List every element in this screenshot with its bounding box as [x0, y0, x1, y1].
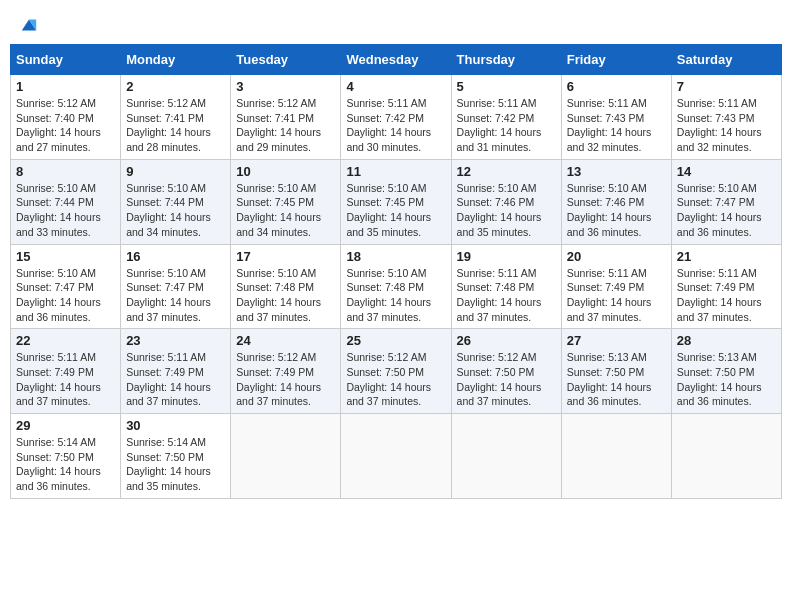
calendar-day-cell: 30Sunrise: 5:14 AM Sunset: 7:50 PM Dayli… [121, 414, 231, 499]
day-info: Sunrise: 5:11 AM Sunset: 7:43 PM Dayligh… [567, 96, 666, 155]
day-number: 14 [677, 164, 776, 179]
day-number: 29 [16, 418, 115, 433]
calendar-day-cell: 12Sunrise: 5:10 AM Sunset: 7:46 PM Dayli… [451, 159, 561, 244]
day-info: Sunrise: 5:12 AM Sunset: 7:40 PM Dayligh… [16, 96, 115, 155]
logo [18, 16, 38, 34]
calendar-day-cell: 4Sunrise: 5:11 AM Sunset: 7:42 PM Daylig… [341, 75, 451, 160]
day-number: 19 [457, 249, 556, 264]
day-number: 7 [677, 79, 776, 94]
calendar-day-cell: 7Sunrise: 5:11 AM Sunset: 7:43 PM Daylig… [671, 75, 781, 160]
day-number: 22 [16, 333, 115, 348]
calendar-day-cell: 6Sunrise: 5:11 AM Sunset: 7:43 PM Daylig… [561, 75, 671, 160]
weekday-header: Friday [561, 45, 671, 75]
calendar-day-cell: 29Sunrise: 5:14 AM Sunset: 7:50 PM Dayli… [11, 414, 121, 499]
calendar-day-cell: 18Sunrise: 5:10 AM Sunset: 7:48 PM Dayli… [341, 244, 451, 329]
empty-day-cell [231, 414, 341, 499]
day-number: 27 [567, 333, 666, 348]
day-info: Sunrise: 5:10 AM Sunset: 7:46 PM Dayligh… [457, 181, 556, 240]
day-info: Sunrise: 5:14 AM Sunset: 7:50 PM Dayligh… [16, 435, 115, 494]
weekday-header: Sunday [11, 45, 121, 75]
day-number: 25 [346, 333, 445, 348]
day-number: 11 [346, 164, 445, 179]
calendar-day-cell: 16Sunrise: 5:10 AM Sunset: 7:47 PM Dayli… [121, 244, 231, 329]
day-number: 3 [236, 79, 335, 94]
day-info: Sunrise: 5:10 AM Sunset: 7:47 PM Dayligh… [126, 266, 225, 325]
calendar-week-row: 1Sunrise: 5:12 AM Sunset: 7:40 PM Daylig… [11, 75, 782, 160]
calendar-day-cell: 28Sunrise: 5:13 AM Sunset: 7:50 PM Dayli… [671, 329, 781, 414]
day-number: 12 [457, 164, 556, 179]
weekday-header: Saturday [671, 45, 781, 75]
day-number: 13 [567, 164, 666, 179]
calendar-day-cell: 19Sunrise: 5:11 AM Sunset: 7:48 PM Dayli… [451, 244, 561, 329]
calendar-day-cell: 25Sunrise: 5:12 AM Sunset: 7:50 PM Dayli… [341, 329, 451, 414]
day-info: Sunrise: 5:11 AM Sunset: 7:48 PM Dayligh… [457, 266, 556, 325]
day-info: Sunrise: 5:10 AM Sunset: 7:46 PM Dayligh… [567, 181, 666, 240]
calendar-day-cell: 26Sunrise: 5:12 AM Sunset: 7:50 PM Dayli… [451, 329, 561, 414]
day-info: Sunrise: 5:10 AM Sunset: 7:48 PM Dayligh… [236, 266, 335, 325]
day-info: Sunrise: 5:12 AM Sunset: 7:41 PM Dayligh… [126, 96, 225, 155]
day-info: Sunrise: 5:10 AM Sunset: 7:47 PM Dayligh… [16, 266, 115, 325]
day-info: Sunrise: 5:12 AM Sunset: 7:49 PM Dayligh… [236, 350, 335, 409]
day-info: Sunrise: 5:12 AM Sunset: 7:41 PM Dayligh… [236, 96, 335, 155]
day-info: Sunrise: 5:12 AM Sunset: 7:50 PM Dayligh… [457, 350, 556, 409]
page-header [10, 10, 782, 40]
day-number: 17 [236, 249, 335, 264]
calendar-day-cell: 27Sunrise: 5:13 AM Sunset: 7:50 PM Dayli… [561, 329, 671, 414]
day-number: 30 [126, 418, 225, 433]
day-info: Sunrise: 5:10 AM Sunset: 7:45 PM Dayligh… [236, 181, 335, 240]
calendar-table: SundayMondayTuesdayWednesdayThursdayFrid… [10, 44, 782, 499]
day-info: Sunrise: 5:10 AM Sunset: 7:47 PM Dayligh… [677, 181, 776, 240]
day-info: Sunrise: 5:11 AM Sunset: 7:49 PM Dayligh… [567, 266, 666, 325]
day-number: 23 [126, 333, 225, 348]
day-number: 9 [126, 164, 225, 179]
day-number: 15 [16, 249, 115, 264]
calendar-week-row: 8Sunrise: 5:10 AM Sunset: 7:44 PM Daylig… [11, 159, 782, 244]
logo-icon [20, 16, 38, 34]
day-number: 10 [236, 164, 335, 179]
calendar-week-row: 22Sunrise: 5:11 AM Sunset: 7:49 PM Dayli… [11, 329, 782, 414]
day-info: Sunrise: 5:11 AM Sunset: 7:49 PM Dayligh… [16, 350, 115, 409]
weekday-header: Thursday [451, 45, 561, 75]
calendar-day-cell: 8Sunrise: 5:10 AM Sunset: 7:44 PM Daylig… [11, 159, 121, 244]
empty-day-cell [671, 414, 781, 499]
day-info: Sunrise: 5:11 AM Sunset: 7:49 PM Dayligh… [677, 266, 776, 325]
weekday-header: Wednesday [341, 45, 451, 75]
calendar-day-cell: 24Sunrise: 5:12 AM Sunset: 7:49 PM Dayli… [231, 329, 341, 414]
weekday-header: Monday [121, 45, 231, 75]
calendar-day-cell: 22Sunrise: 5:11 AM Sunset: 7:49 PM Dayli… [11, 329, 121, 414]
day-info: Sunrise: 5:11 AM Sunset: 7:42 PM Dayligh… [346, 96, 445, 155]
day-info: Sunrise: 5:10 AM Sunset: 7:44 PM Dayligh… [16, 181, 115, 240]
calendar-day-cell: 1Sunrise: 5:12 AM Sunset: 7:40 PM Daylig… [11, 75, 121, 160]
empty-day-cell [341, 414, 451, 499]
day-info: Sunrise: 5:11 AM Sunset: 7:43 PM Dayligh… [677, 96, 776, 155]
calendar-week-row: 29Sunrise: 5:14 AM Sunset: 7:50 PM Dayli… [11, 414, 782, 499]
calendar-day-cell: 14Sunrise: 5:10 AM Sunset: 7:47 PM Dayli… [671, 159, 781, 244]
calendar-day-cell: 2Sunrise: 5:12 AM Sunset: 7:41 PM Daylig… [121, 75, 231, 160]
day-info: Sunrise: 5:13 AM Sunset: 7:50 PM Dayligh… [677, 350, 776, 409]
day-info: Sunrise: 5:11 AM Sunset: 7:42 PM Dayligh… [457, 96, 556, 155]
empty-day-cell [561, 414, 671, 499]
calendar-day-cell: 13Sunrise: 5:10 AM Sunset: 7:46 PM Dayli… [561, 159, 671, 244]
day-info: Sunrise: 5:10 AM Sunset: 7:48 PM Dayligh… [346, 266, 445, 325]
day-number: 16 [126, 249, 225, 264]
day-number: 21 [677, 249, 776, 264]
empty-day-cell [451, 414, 561, 499]
calendar-header-row: SundayMondayTuesdayWednesdayThursdayFrid… [11, 45, 782, 75]
day-info: Sunrise: 5:10 AM Sunset: 7:44 PM Dayligh… [126, 181, 225, 240]
weekday-header: Tuesday [231, 45, 341, 75]
calendar-day-cell: 21Sunrise: 5:11 AM Sunset: 7:49 PM Dayli… [671, 244, 781, 329]
day-number: 2 [126, 79, 225, 94]
day-number: 18 [346, 249, 445, 264]
day-info: Sunrise: 5:10 AM Sunset: 7:45 PM Dayligh… [346, 181, 445, 240]
day-number: 5 [457, 79, 556, 94]
day-number: 20 [567, 249, 666, 264]
calendar-day-cell: 20Sunrise: 5:11 AM Sunset: 7:49 PM Dayli… [561, 244, 671, 329]
day-number: 24 [236, 333, 335, 348]
calendar-week-row: 15Sunrise: 5:10 AM Sunset: 7:47 PM Dayli… [11, 244, 782, 329]
day-info: Sunrise: 5:11 AM Sunset: 7:49 PM Dayligh… [126, 350, 225, 409]
day-info: Sunrise: 5:13 AM Sunset: 7:50 PM Dayligh… [567, 350, 666, 409]
calendar-day-cell: 3Sunrise: 5:12 AM Sunset: 7:41 PM Daylig… [231, 75, 341, 160]
day-number: 28 [677, 333, 776, 348]
day-number: 8 [16, 164, 115, 179]
calendar-day-cell: 5Sunrise: 5:11 AM Sunset: 7:42 PM Daylig… [451, 75, 561, 160]
